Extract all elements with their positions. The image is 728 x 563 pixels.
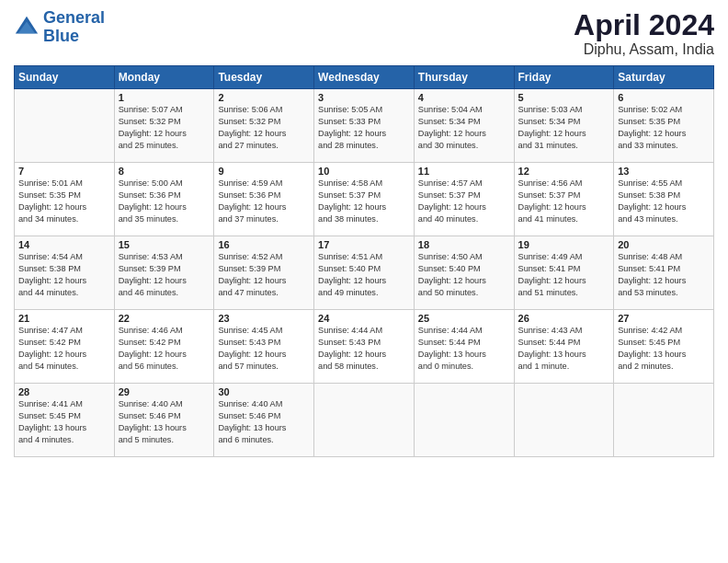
- sub-title: Diphu, Assam, India: [574, 41, 714, 58]
- day-info: Sunrise: 5:03 AM Sunset: 5:34 PM Dayligh…: [518, 104, 610, 152]
- day-number: 13: [618, 166, 710, 177]
- calendar-cell: 8Sunrise: 5:00 AM Sunset: 5:36 PM Daylig…: [114, 163, 214, 236]
- calendar-cell: 23Sunrise: 4:45 AM Sunset: 5:43 PM Dayli…: [214, 310, 314, 384]
- logo-icon: [14, 15, 40, 40]
- calendar-cell: 4Sunrise: 5:04 AM Sunset: 5:34 PM Daylig…: [414, 89, 514, 163]
- day-info: Sunrise: 4:43 AM Sunset: 5:44 PM Dayligh…: [518, 325, 610, 373]
- day-info: Sunrise: 4:57 AM Sunset: 5:37 PM Dayligh…: [418, 178, 510, 225]
- calendar-cell: 3Sunrise: 5:05 AM Sunset: 5:33 PM Daylig…: [314, 89, 415, 163]
- day-info: Sunrise: 4:58 AM Sunset: 5:37 PM Dayligh…: [318, 178, 410, 225]
- day-info: Sunrise: 4:50 AM Sunset: 5:40 PM Dayligh…: [418, 251, 510, 299]
- calendar-cell: 2Sunrise: 5:06 AM Sunset: 5:32 PM Daylig…: [214, 89, 314, 163]
- day-number: 17: [318, 239, 410, 250]
- day-number: 26: [518, 313, 610, 324]
- week-row-3: 14Sunrise: 4:54 AM Sunset: 5:38 PM Dayli…: [15, 236, 714, 310]
- calendar-cell: 9Sunrise: 4:59 AM Sunset: 5:36 PM Daylig…: [214, 163, 314, 236]
- day-info: Sunrise: 5:02 AM Sunset: 5:35 PM Dayligh…: [618, 104, 710, 152]
- day-number: 19: [518, 239, 610, 250]
- calendar-cell: 1Sunrise: 5:07 AM Sunset: 5:32 PM Daylig…: [114, 89, 214, 163]
- column-header-sunday: Sunday: [15, 66, 115, 89]
- logo-line2: Blue: [43, 27, 79, 45]
- day-number: 23: [218, 313, 310, 324]
- day-info: Sunrise: 5:01 AM Sunset: 5:35 PM Dayligh…: [18, 178, 110, 225]
- day-info: Sunrise: 4:40 AM Sunset: 5:46 PM Dayligh…: [218, 398, 310, 446]
- calendar-cell: 12Sunrise: 4:56 AM Sunset: 5:37 PM Dayli…: [514, 163, 614, 236]
- day-number: 6: [618, 92, 710, 103]
- day-number: 18: [418, 239, 510, 250]
- day-number: 1: [119, 92, 210, 103]
- day-number: 28: [18, 386, 110, 397]
- calendar-cell: 26Sunrise: 4:43 AM Sunset: 5:44 PM Dayli…: [514, 310, 614, 384]
- calendar-cell: 28Sunrise: 4:41 AM Sunset: 5:45 PM Dayli…: [15, 384, 115, 457]
- calendar-container: General Blue April 2024 Diphu, Assam, In…: [0, 0, 728, 563]
- day-info: Sunrise: 4:54 AM Sunset: 5:38 PM Dayligh…: [18, 251, 110, 299]
- calendar-cell: 18Sunrise: 4:50 AM Sunset: 5:40 PM Dayli…: [414, 236, 514, 310]
- logo-line1: General: [43, 8, 105, 27]
- day-number: 21: [18, 313, 110, 324]
- calendar-cell: 24Sunrise: 4:44 AM Sunset: 5:43 PM Dayli…: [314, 310, 415, 384]
- day-number: 30: [218, 386, 310, 397]
- calendar-cell: 5Sunrise: 5:03 AM Sunset: 5:34 PM Daylig…: [514, 89, 614, 163]
- day-number: 3: [318, 92, 410, 103]
- calendar-cell: 19Sunrise: 4:49 AM Sunset: 5:41 PM Dayli…: [514, 236, 614, 310]
- calendar-header-row: SundayMondayTuesdayWednesdayThursdayFrid…: [15, 66, 714, 89]
- column-header-wednesday: Wednesday: [314, 66, 415, 89]
- day-info: Sunrise: 5:04 AM Sunset: 5:34 PM Dayligh…: [418, 104, 510, 152]
- title-block: April 2024 Diphu, Assam, India: [574, 9, 714, 58]
- day-info: Sunrise: 4:47 AM Sunset: 5:42 PM Dayligh…: [18, 325, 110, 373]
- day-number: 25: [418, 313, 510, 324]
- day-number: 5: [518, 92, 610, 103]
- calendar-cell: [414, 384, 514, 457]
- calendar-cell: 7Sunrise: 5:01 AM Sunset: 5:35 PM Daylig…: [15, 163, 115, 236]
- day-info: Sunrise: 4:41 AM Sunset: 5:45 PM Dayligh…: [18, 398, 110, 446]
- column-header-tuesday: Tuesday: [214, 66, 314, 89]
- day-number: 22: [119, 313, 210, 324]
- calendar-cell: 22Sunrise: 4:46 AM Sunset: 5:42 PM Dayli…: [114, 310, 214, 384]
- week-row-4: 21Sunrise: 4:47 AM Sunset: 5:42 PM Dayli…: [15, 310, 714, 384]
- calendar-cell: 21Sunrise: 4:47 AM Sunset: 5:42 PM Dayli…: [15, 310, 115, 384]
- calendar-cell: 17Sunrise: 4:51 AM Sunset: 5:40 PM Dayli…: [314, 236, 415, 310]
- day-info: Sunrise: 4:55 AM Sunset: 5:38 PM Dayligh…: [618, 178, 710, 225]
- day-info: Sunrise: 4:45 AM Sunset: 5:43 PM Dayligh…: [218, 325, 310, 373]
- calendar-cell: 20Sunrise: 4:48 AM Sunset: 5:41 PM Dayli…: [614, 236, 714, 310]
- calendar-cell: 10Sunrise: 4:58 AM Sunset: 5:37 PM Dayli…: [314, 163, 415, 236]
- day-number: 8: [119, 166, 210, 177]
- calendar-cell: 14Sunrise: 4:54 AM Sunset: 5:38 PM Dayli…: [15, 236, 115, 310]
- calendar-cell: 27Sunrise: 4:42 AM Sunset: 5:45 PM Dayli…: [614, 310, 714, 384]
- calendar-cell: 16Sunrise: 4:52 AM Sunset: 5:39 PM Dayli…: [214, 236, 314, 310]
- week-row-2: 7Sunrise: 5:01 AM Sunset: 5:35 PM Daylig…: [15, 163, 714, 236]
- column-header-friday: Friday: [514, 66, 614, 89]
- calendar-cell: 30Sunrise: 4:40 AM Sunset: 5:46 PM Dayli…: [214, 384, 314, 457]
- calendar-table: SundayMondayTuesdayWednesdayThursdayFrid…: [14, 65, 714, 457]
- day-info: Sunrise: 4:51 AM Sunset: 5:40 PM Dayligh…: [318, 251, 410, 299]
- main-title: April 2024: [574, 9, 714, 41]
- calendar-cell: [614, 384, 714, 457]
- day-number: 20: [618, 239, 710, 250]
- column-header-thursday: Thursday: [414, 66, 514, 89]
- day-info: Sunrise: 4:49 AM Sunset: 5:41 PM Dayligh…: [518, 251, 610, 299]
- day-number: 12: [518, 166, 610, 177]
- calendar-cell: 13Sunrise: 4:55 AM Sunset: 5:38 PM Dayli…: [614, 163, 714, 236]
- day-info: Sunrise: 4:56 AM Sunset: 5:37 PM Dayligh…: [518, 178, 610, 225]
- day-info: Sunrise: 5:00 AM Sunset: 5:36 PM Dayligh…: [119, 178, 210, 225]
- day-info: Sunrise: 4:42 AM Sunset: 5:45 PM Dayligh…: [618, 325, 710, 373]
- day-info: Sunrise: 4:53 AM Sunset: 5:39 PM Dayligh…: [119, 251, 210, 299]
- day-info: Sunrise: 5:06 AM Sunset: 5:32 PM Dayligh…: [218, 104, 310, 152]
- calendar-cell: 15Sunrise: 4:53 AM Sunset: 5:39 PM Dayli…: [114, 236, 214, 310]
- day-info: Sunrise: 5:07 AM Sunset: 5:32 PM Dayligh…: [119, 104, 210, 152]
- day-info: Sunrise: 4:46 AM Sunset: 5:42 PM Dayligh…: [119, 325, 210, 373]
- calendar-cell: [314, 384, 415, 457]
- day-number: 16: [218, 239, 310, 250]
- day-number: 4: [418, 92, 510, 103]
- day-info: Sunrise: 5:05 AM Sunset: 5:33 PM Dayligh…: [318, 104, 410, 152]
- day-number: 10: [318, 166, 410, 177]
- day-number: 7: [18, 166, 110, 177]
- calendar-cell: [15, 89, 115, 163]
- day-number: 2: [218, 92, 310, 103]
- day-info: Sunrise: 4:44 AM Sunset: 5:43 PM Dayligh…: [318, 325, 410, 373]
- calendar-cell: 11Sunrise: 4:57 AM Sunset: 5:37 PM Dayli…: [414, 163, 514, 236]
- day-number: 24: [318, 313, 410, 324]
- calendar-cell: 25Sunrise: 4:44 AM Sunset: 5:44 PM Dayli…: [414, 310, 514, 384]
- logo: General Blue: [14, 9, 105, 46]
- day-info: Sunrise: 4:52 AM Sunset: 5:39 PM Dayligh…: [218, 251, 310, 299]
